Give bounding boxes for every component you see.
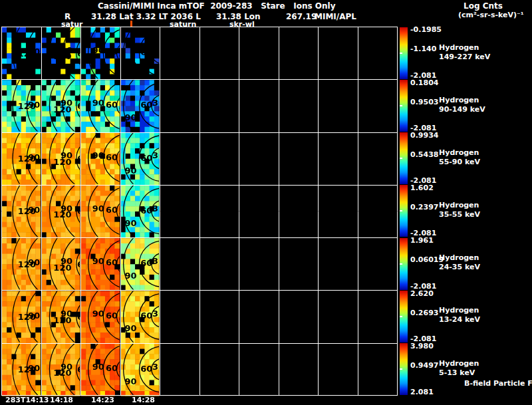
colorbar-mid-value: 0.9497: [410, 362, 438, 370]
lon-value: 267.19: [286, 13, 317, 21]
colorbar-max-value: 0.9934: [410, 132, 438, 140]
colorbar: [400, 132, 408, 184]
colorbar-max-value: 1.961: [410, 237, 434, 245]
colorbar-max-value: 2.620: [410, 290, 434, 298]
colorbar: [400, 80, 408, 132]
colorbar-mid-value: -1.140: [410, 45, 436, 53]
colorbar-mid-value: 0.9503: [410, 98, 438, 106]
channel-energy: 55-90 keV: [439, 158, 480, 166]
channel-name: Hydrogen: [439, 360, 479, 368]
colorbar: [400, 185, 408, 237]
log-counts-label: Log Cnts: [464, 2, 503, 11]
colorbar-max-value: 0.1804: [410, 79, 438, 87]
units-label: (cm²-sr-s-keV)⁻¹: [458, 11, 524, 19]
colorbar: [400, 27, 408, 79]
channel-energy: 35-55 keV: [439, 211, 480, 219]
page-title: Cassini/MIMI Inca mTOF 2009-283 Stare Io…: [98, 2, 335, 11]
channel-energy: 5-13 keV: [439, 369, 475, 377]
mimi-inca-display: Cassini/MIMI Inca mTOF 2009-283 Stare Io…: [0, 0, 532, 405]
channel-name: Hydrogen: [439, 307, 479, 315]
channel-name: Hydrogen: [439, 44, 479, 52]
data-speck: [130, 21, 132, 27]
colorbar-mid-value: 0.5438: [410, 151, 438, 159]
colorbar: [400, 238, 408, 290]
time-tick-label: 14:23: [91, 396, 114, 404]
time-tick-label: 283T14:13: [5, 396, 49, 404]
channel-energy: 149-227 keV: [439, 53, 490, 61]
channel-name: Hydrogen: [439, 96, 479, 104]
spectrogram-canvas: [0, 27, 399, 396]
colorbar-min-value: 2.081: [410, 388, 434, 396]
colorbar-max-value: 3.980: [410, 342, 434, 350]
colorbar: [400, 343, 408, 395]
b-field-flow-label: B-field Particle Flow: [464, 380, 532, 388]
time-tick-label: 14:28: [132, 396, 155, 404]
colorbar: [400, 291, 408, 342]
channel-name: Hydrogen: [439, 149, 479, 157]
channel-energy: 13-24 keV: [439, 316, 480, 324]
channel-name: Hydrogen: [439, 202, 479, 209]
colorbar-max-value: 1.602: [410, 184, 434, 192]
colorbar-max-value: -0.1985: [410, 26, 442, 34]
colorbar-mid-value: 0.2693: [410, 309, 438, 317]
colorbar-mid-value: 0.2397: [410, 203, 438, 211]
time-tick-label: 14:18: [50, 396, 73, 404]
channel-energy: 24-35 keV: [439, 263, 480, 271]
channel-energy: 90-149 keV: [439, 106, 485, 114]
mimi-apl-label: MIMI/APL: [315, 13, 356, 21]
channel-name: Hydrogen: [439, 254, 479, 262]
